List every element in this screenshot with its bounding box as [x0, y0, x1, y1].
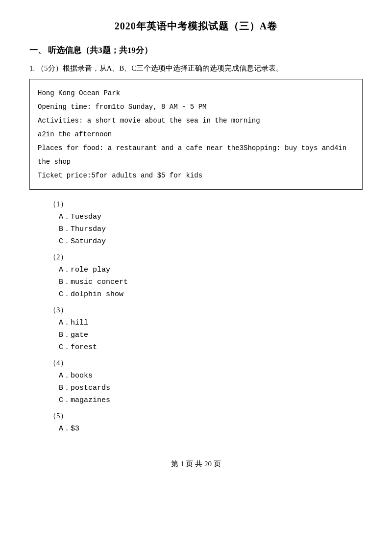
question1-intro: 1. （5分）根据录音，从A、B、C三个选项中选择正确的选项完成信息记录表。 — [29, 64, 363, 73]
option-1-2: B．Thursday — [59, 224, 363, 233]
sub-question-num-2: （2） — [49, 252, 363, 262]
option-2-1: A．role play — [59, 265, 363, 274]
sub-question-num-3: （3） — [49, 305, 363, 315]
option-5-1: A．$3 — [59, 424, 363, 433]
option-1-1: A．Tuesday — [59, 212, 363, 221]
infobox-line6: the shop — [38, 155, 354, 169]
sub-question-num-5: （5） — [49, 411, 363, 421]
option-2-3: C．dolphin show — [59, 289, 363, 299]
option-4-1: A．books — [59, 371, 363, 380]
infobox-line4: a2in the afternoon — [38, 127, 354, 141]
page-title: 2020年英语中考模拟试题（三）A卷 — [29, 20, 363, 33]
infobox-line7: Ticket price:5for adults and $5 for kids — [38, 169, 354, 182]
infobox-line3: Activities: a short movie about the sea … — [38, 114, 354, 127]
page-footer: 第 1 页 共 20 页 — [29, 459, 363, 469]
sub-question-num-1: （1） — [49, 200, 363, 209]
option-3-1: A．hill — [59, 318, 363, 327]
option-3-3: C．forest — [59, 342, 363, 352]
option-4-3: C．magazines — [59, 395, 363, 404]
info-box: Hong Kong Ocean Park Opening time: from1… — [29, 79, 363, 190]
section1-header: 一、 听选信息（共3题；共19分） — [29, 45, 363, 56]
option-2-2: B．music concert — [59, 277, 363, 286]
sub-question-num-4: （4） — [49, 358, 363, 368]
option-3-2: B．gate — [59, 330, 363, 339]
option-1-3: C．Saturday — [59, 236, 363, 246]
infobox-line2: Opening time: from1to Sunday, 8 AM - 5 P… — [38, 100, 354, 114]
infobox-line5: Places for food: a restaurant and a cafe… — [38, 141, 354, 155]
option-4-2: B．postcards — [59, 383, 363, 392]
infobox-line1: Hong Kong Ocean Park — [38, 86, 354, 100]
